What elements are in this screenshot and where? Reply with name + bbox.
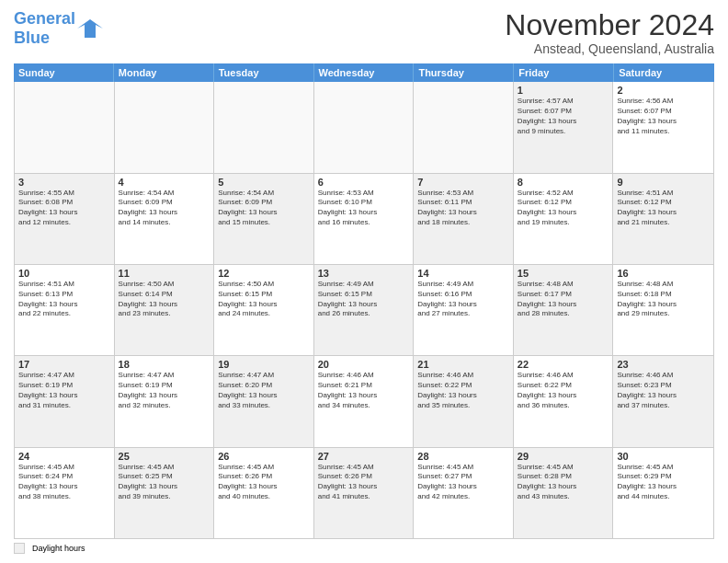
day-info: Sunrise: 4:49 AM Sunset: 6:16 PM Dayligh…	[417, 280, 509, 319]
legend: Daylight hours	[14, 543, 714, 554]
weekday-header: Monday	[114, 63, 214, 82]
day-info: Sunrise: 4:47 AM Sunset: 6:19 PM Dayligh…	[119, 371, 210, 410]
calendar-cell: 11Sunrise: 4:50 AM Sunset: 6:14 PM Dayli…	[115, 265, 215, 355]
calendar-cell	[414, 82, 514, 172]
page: General Blue November 2024 Anstead, Quee…	[0, 0, 728, 563]
day-number: 8	[518, 177, 609, 188]
day-number: 19	[218, 359, 310, 370]
day-number: 28	[417, 451, 509, 462]
legend-label: Daylight hours	[32, 544, 85, 553]
day-info: Sunrise: 4:45 AM Sunset: 6:27 PM Dayligh…	[417, 463, 509, 502]
day-number: 20	[318, 359, 410, 370]
legend-box	[14, 543, 25, 554]
logo-text: General Blue	[14, 9, 75, 48]
calendar-cell: 2Sunrise: 4:56 AM Sunset: 6:07 PM Daylig…	[613, 82, 713, 172]
calendar-header: SundayMondayTuesdayWednesdayThursdayFrid…	[14, 63, 714, 82]
day-number: 16	[617, 268, 710, 279]
calendar-cell: 1Sunrise: 4:57 AM Sunset: 6:07 PM Daylig…	[514, 82, 614, 172]
day-info: Sunrise: 4:56 AM Sunset: 6:07 PM Dayligh…	[617, 97, 710, 136]
day-number: 12	[218, 268, 310, 279]
calendar-cell: 22Sunrise: 4:46 AM Sunset: 6:22 PM Dayli…	[514, 356, 614, 446]
day-info: Sunrise: 4:55 AM Sunset: 6:08 PM Dayligh…	[18, 189, 110, 228]
main-title: November 2024	[505, 9, 714, 41]
day-number: 17	[18, 359, 110, 370]
day-info: Sunrise: 4:53 AM Sunset: 6:10 PM Dayligh…	[318, 189, 410, 228]
day-number: 10	[18, 268, 110, 279]
day-info: Sunrise: 4:46 AM Sunset: 6:22 PM Dayligh…	[518, 371, 609, 410]
day-number: 30	[617, 451, 710, 462]
calendar-cell: 10Sunrise: 4:51 AM Sunset: 6:13 PM Dayli…	[15, 265, 115, 355]
day-info: Sunrise: 4:49 AM Sunset: 6:15 PM Dayligh…	[318, 280, 410, 319]
calendar-cell: 5Sunrise: 4:54 AM Sunset: 6:09 PM Daylig…	[214, 174, 314, 264]
weekday-header: Sunday	[14, 63, 114, 82]
day-number: 14	[417, 268, 509, 279]
day-number: 18	[119, 359, 210, 370]
calendar-cell: 14Sunrise: 4:49 AM Sunset: 6:16 PM Dayli…	[414, 265, 514, 355]
calendar-cell: 3Sunrise: 4:55 AM Sunset: 6:08 PM Daylig…	[15, 174, 115, 264]
calendar-cell: 29Sunrise: 4:45 AM Sunset: 6:28 PM Dayli…	[514, 448, 614, 538]
calendar-cell: 4Sunrise: 4:54 AM Sunset: 6:09 PM Daylig…	[115, 174, 215, 264]
day-info: Sunrise: 4:50 AM Sunset: 6:15 PM Dayligh…	[218, 280, 310, 319]
calendar-cell: 26Sunrise: 4:45 AM Sunset: 6:26 PM Dayli…	[214, 448, 314, 538]
day-number: 1	[518, 85, 609, 96]
calendar-cell	[214, 82, 314, 172]
day-number: 24	[18, 451, 110, 462]
day-number: 13	[318, 268, 410, 279]
day-info: Sunrise: 4:45 AM Sunset: 6:29 PM Dayligh…	[617, 463, 710, 502]
calendar-cell: 6Sunrise: 4:53 AM Sunset: 6:10 PM Daylig…	[314, 174, 415, 264]
calendar-cell	[314, 82, 415, 172]
day-info: Sunrise: 4:57 AM Sunset: 6:07 PM Dayligh…	[518, 97, 609, 136]
day-info: Sunrise: 4:45 AM Sunset: 6:24 PM Dayligh…	[18, 463, 110, 502]
day-info: Sunrise: 4:47 AM Sunset: 6:19 PM Dayligh…	[18, 371, 110, 410]
day-number: 23	[617, 359, 710, 370]
day-number: 2	[617, 85, 710, 96]
day-info: Sunrise: 4:51 AM Sunset: 6:12 PM Dayligh…	[617, 189, 710, 228]
day-number: 15	[518, 268, 609, 279]
calendar-cell: 15Sunrise: 4:48 AM Sunset: 6:17 PM Dayli…	[514, 265, 614, 355]
calendar-row: 3Sunrise: 4:55 AM Sunset: 6:08 PM Daylig…	[15, 174, 713, 265]
logo-bird-icon	[77, 16, 103, 41]
day-number: 29	[518, 451, 609, 462]
calendar-cell: 16Sunrise: 4:48 AM Sunset: 6:18 PM Dayli…	[613, 265, 713, 355]
logo-blue: Blue	[14, 29, 50, 47]
logo-general: General	[14, 9, 75, 28]
weekday-header: Thursday	[414, 63, 514, 82]
day-info: Sunrise: 4:46 AM Sunset: 6:22 PM Dayligh…	[417, 371, 509, 410]
day-number: 5	[218, 177, 310, 188]
calendar-cell: 28Sunrise: 4:45 AM Sunset: 6:27 PM Dayli…	[414, 448, 514, 538]
calendar-cell: 19Sunrise: 4:47 AM Sunset: 6:20 PM Dayli…	[214, 356, 314, 446]
calendar-row: 24Sunrise: 4:45 AM Sunset: 6:24 PM Dayli…	[15, 448, 713, 538]
calendar-cell: 27Sunrise: 4:45 AM Sunset: 6:26 PM Dayli…	[314, 448, 415, 538]
calendar-row: 17Sunrise: 4:47 AM Sunset: 6:19 PM Dayli…	[15, 356, 713, 447]
day-number: 3	[18, 177, 110, 188]
calendar-cell: 17Sunrise: 4:47 AM Sunset: 6:19 PM Dayli…	[15, 356, 115, 446]
calendar-cell: 8Sunrise: 4:52 AM Sunset: 6:12 PM Daylig…	[514, 174, 614, 264]
calendar-row: 10Sunrise: 4:51 AM Sunset: 6:13 PM Dayli…	[15, 265, 713, 356]
day-info: Sunrise: 4:46 AM Sunset: 6:23 PM Dayligh…	[617, 371, 710, 410]
day-info: Sunrise: 4:53 AM Sunset: 6:11 PM Dayligh…	[417, 189, 509, 228]
day-number: 11	[119, 268, 210, 279]
calendar-cell: 13Sunrise: 4:49 AM Sunset: 6:15 PM Dayli…	[314, 265, 415, 355]
weekday-header: Wednesday	[314, 63, 415, 82]
calendar-body: 1Sunrise: 4:57 AM Sunset: 6:07 PM Daylig…	[14, 82, 714, 539]
calendar: SundayMondayTuesdayWednesdayThursdayFrid…	[14, 63, 714, 539]
day-number: 26	[218, 451, 310, 462]
day-info: Sunrise: 4:51 AM Sunset: 6:13 PM Dayligh…	[18, 280, 110, 319]
day-info: Sunrise: 4:48 AM Sunset: 6:18 PM Dayligh…	[617, 280, 710, 319]
day-info: Sunrise: 4:54 AM Sunset: 6:09 PM Dayligh…	[218, 189, 310, 228]
logo: General Blue	[14, 9, 103, 48]
day-info: Sunrise: 4:45 AM Sunset: 6:25 PM Dayligh…	[119, 463, 210, 502]
calendar-cell: 25Sunrise: 4:45 AM Sunset: 6:25 PM Dayli…	[115, 448, 215, 538]
calendar-cell: 7Sunrise: 4:53 AM Sunset: 6:11 PM Daylig…	[414, 174, 514, 264]
day-number: 7	[417, 177, 509, 188]
day-number: 21	[417, 359, 509, 370]
title-block: November 2024 Anstead, Queensland, Austr…	[505, 9, 714, 56]
calendar-cell	[115, 82, 215, 172]
calendar-cell: 12Sunrise: 4:50 AM Sunset: 6:15 PM Dayli…	[214, 265, 314, 355]
calendar-row: 1Sunrise: 4:57 AM Sunset: 6:07 PM Daylig…	[15, 82, 713, 173]
day-info: Sunrise: 4:45 AM Sunset: 6:28 PM Dayligh…	[518, 463, 609, 502]
day-info: Sunrise: 4:48 AM Sunset: 6:17 PM Dayligh…	[518, 280, 609, 319]
calendar-cell: 9Sunrise: 4:51 AM Sunset: 6:12 PM Daylig…	[613, 174, 713, 264]
day-info: Sunrise: 4:46 AM Sunset: 6:21 PM Dayligh…	[318, 371, 410, 410]
weekday-header: Friday	[514, 63, 614, 82]
